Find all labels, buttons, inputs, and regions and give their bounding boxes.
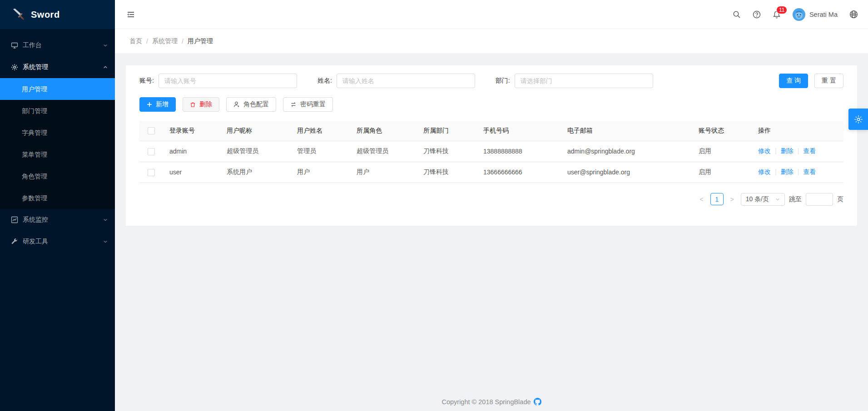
cell-actions: 修改|删除|查看 bbox=[752, 141, 843, 162]
page-size-value: 10 条/页 bbox=[746, 195, 769, 203]
top-header: 11 Serati Ma bbox=[115, 0, 868, 29]
user-table: 登录账号 用户昵称 用户姓名 所属角色 所属部门 手机号码 电子邮箱 账号状态 … bbox=[139, 121, 843, 183]
page-content: 账号: 姓名: 部门: 查 询 重 置 bbox=[115, 53, 868, 411]
sidebar-item-dept-management[interactable]: 部门管理 bbox=[0, 100, 115, 122]
select-all-checkbox[interactable] bbox=[148, 127, 155, 134]
cell-dept: 刀锋科技 bbox=[417, 141, 477, 162]
col-name: 用户姓名 bbox=[291, 121, 350, 141]
page-unit-label: 页 bbox=[837, 195, 843, 203]
sidebar-item-workbench[interactable]: 工作台 bbox=[0, 35, 115, 56]
sidebar-item-system-management[interactable]: 系统管理 bbox=[0, 56, 115, 78]
footer: Copyright © 2018 SpringBlade bbox=[126, 393, 857, 411]
col-nickname: 用户昵称 bbox=[220, 121, 291, 141]
delete-link[interactable]: 删除 bbox=[781, 168, 794, 175]
breadcrumb-system[interactable]: 系统管理 bbox=[152, 37, 178, 45]
sidebar-item-param-management[interactable]: 参数管理 bbox=[0, 187, 115, 209]
app-root: Sword 工作台 bbox=[0, 0, 868, 411]
filter-dept: 部门: bbox=[496, 74, 653, 88]
cell-status: 启用 bbox=[692, 141, 752, 162]
app-title: Sword bbox=[31, 10, 60, 20]
edit-link[interactable]: 修改 bbox=[758, 168, 771, 175]
user-management-card: 账号: 姓名: 部门: 查 询 重 置 bbox=[126, 65, 857, 226]
plus-icon bbox=[147, 102, 152, 107]
password-reset-button[interactable]: 密码重置 bbox=[283, 97, 333, 112]
chevron-down-icon bbox=[775, 197, 780, 202]
breadcrumb-home[interactable]: 首页 bbox=[129, 37, 142, 45]
account-label: 账号: bbox=[139, 77, 154, 85]
chevron-down-icon bbox=[103, 43, 108, 48]
sidebar-item-role-management[interactable]: 角色管理 bbox=[0, 165, 115, 187]
sidebar-item-label: 工作台 bbox=[23, 41, 42, 50]
pagination: < 1 > 10 条/页 跳至 页 bbox=[139, 193, 843, 206]
cell-email: user@springblade.org bbox=[561, 162, 692, 183]
table-header-row: 登录账号 用户昵称 用户姓名 所属角色 所属部门 手机号码 电子邮箱 账号状态 … bbox=[139, 121, 843, 141]
github-icon[interactable] bbox=[534, 398, 541, 406]
breadcrumb-current: 用户管理 bbox=[188, 37, 213, 45]
cell-nickname: 系统用户 bbox=[220, 162, 291, 183]
sidebar-menu: 工作台 系统管理 用户管理 部门管理 bbox=[0, 29, 115, 253]
breadcrumb-separator: / bbox=[146, 38, 148, 45]
chevron-up-icon bbox=[103, 65, 108, 69]
delete-link[interactable]: 删除 bbox=[781, 147, 794, 154]
desktop-icon bbox=[11, 42, 18, 49]
globe-icon[interactable] bbox=[849, 10, 858, 19]
help-icon[interactable] bbox=[753, 10, 761, 19]
dept-select[interactable] bbox=[515, 74, 653, 88]
cell-nickname: 超级管理员 bbox=[220, 141, 291, 162]
breadcrumb-separator: / bbox=[182, 38, 184, 45]
user-menu[interactable]: Serati Ma bbox=[793, 8, 838, 21]
account-input[interactable] bbox=[159, 74, 297, 88]
avatar bbox=[793, 8, 805, 21]
name-input[interactable] bbox=[337, 74, 475, 88]
add-button[interactable]: 新增 bbox=[139, 97, 176, 112]
gear-icon bbox=[11, 64, 18, 71]
notification-bell-icon[interactable]: 11 bbox=[773, 10, 781, 19]
cell-account: user bbox=[163, 162, 220, 183]
reset-button[interactable]: 重 置 bbox=[814, 74, 843, 88]
settings-panel-button[interactable] bbox=[848, 109, 868, 130]
notification-badge: 11 bbox=[777, 6, 787, 14]
search-icon[interactable] bbox=[733, 10, 741, 19]
sidebar-item-dev-tools[interactable]: 研发工具 bbox=[0, 231, 115, 253]
sword-logo-icon bbox=[12, 8, 25, 21]
cell-account: admin bbox=[163, 141, 220, 162]
swap-icon bbox=[290, 101, 297, 108]
page-size-select[interactable]: 10 条/页 bbox=[741, 193, 785, 206]
filter-actions: 查 询 重 置 bbox=[779, 74, 843, 88]
breadcrumb: 首页 / 系统管理 / 用户管理 bbox=[115, 29, 868, 53]
copyright-text: Copyright © 2018 SpringBlade bbox=[441, 398, 531, 406]
sidebar-item-dict-management[interactable]: 字典管理 bbox=[0, 122, 115, 144]
sidebar-item-user-management[interactable]: 用户管理 bbox=[0, 78, 115, 100]
search-button[interactable]: 查 询 bbox=[779, 74, 808, 88]
edit-link[interactable]: 修改 bbox=[758, 147, 771, 154]
logo[interactable]: Sword bbox=[0, 0, 115, 29]
prev-page-button[interactable]: < bbox=[697, 196, 706, 203]
role-config-button[interactable]: 角色配置 bbox=[226, 97, 276, 112]
cell-status: 启用 bbox=[692, 162, 752, 183]
user-add-icon bbox=[233, 101, 240, 108]
cell-actions: 修改|删除|查看 bbox=[752, 162, 843, 183]
row-checkbox[interactable] bbox=[148, 148, 155, 155]
next-page-button[interactable]: > bbox=[728, 196, 737, 203]
menu-fold-icon[interactable] bbox=[126, 10, 135, 19]
jump-page-input[interactable] bbox=[806, 193, 833, 206]
sidebar-item-label: 研发工具 bbox=[23, 238, 48, 246]
view-link[interactable]: 查看 bbox=[803, 147, 816, 154]
sidebar-item-system-monitor[interactable]: 系统监控 bbox=[0, 209, 115, 231]
sidebar-item-menu-management[interactable]: 菜单管理 bbox=[0, 144, 115, 165]
chart-icon bbox=[11, 216, 18, 223]
cell-email: admin@springblade.org bbox=[561, 141, 692, 162]
sidebar: Sword 工作台 bbox=[0, 0, 115, 411]
delete-button[interactable]: 删除 bbox=[183, 97, 219, 112]
row-checkbox[interactable] bbox=[148, 169, 155, 176]
cell-name: 用户 bbox=[291, 162, 350, 183]
page-1-button[interactable]: 1 bbox=[710, 193, 724, 205]
cell-phone: 13666666666 bbox=[477, 162, 561, 183]
col-phone: 手机号码 bbox=[477, 121, 561, 141]
dept-label: 部门: bbox=[496, 77, 510, 85]
col-role: 所属角色 bbox=[350, 121, 417, 141]
view-link[interactable]: 查看 bbox=[803, 168, 816, 175]
cell-dept: 刀锋科技 bbox=[417, 162, 477, 183]
table-row: admin 超级管理员 管理员 超级管理员 刀锋科技 13888888888 a… bbox=[139, 141, 843, 162]
filter-account: 账号: bbox=[139, 74, 297, 88]
